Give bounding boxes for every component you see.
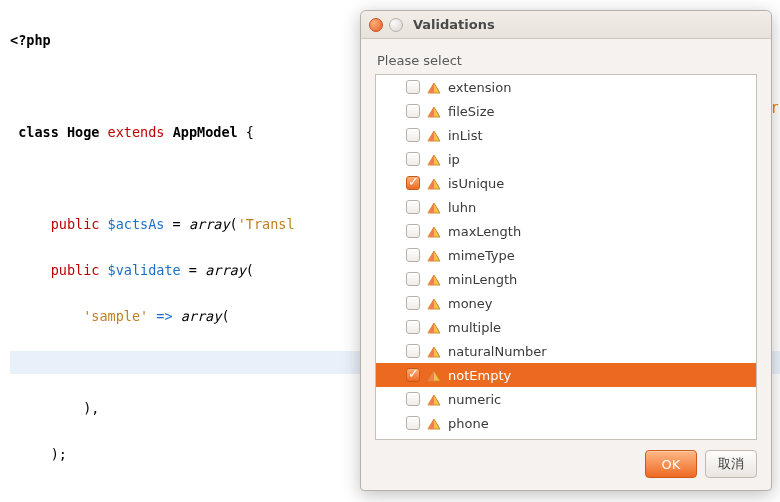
dialog-prompt: Please select xyxy=(375,49,757,74)
validation-label: money xyxy=(448,296,493,311)
validation-row[interactable]: fileSize xyxy=(376,99,756,123)
checkbox[interactable] xyxy=(406,200,420,214)
validation-row[interactable]: numeric xyxy=(376,387,756,411)
string-sample: 'sample' xyxy=(83,308,148,324)
keyword-public: public xyxy=(51,216,100,232)
class-name: Hoge xyxy=(67,124,100,140)
fn-array: array xyxy=(181,308,222,324)
method-icon xyxy=(426,104,442,118)
checkbox[interactable] xyxy=(406,368,420,382)
method-icon xyxy=(426,392,442,406)
validation-label: minLength xyxy=(448,272,517,287)
method-icon xyxy=(426,248,442,262)
validation-row[interactable]: maxLength xyxy=(376,219,756,243)
brace-open: { xyxy=(246,124,254,140)
method-icon xyxy=(426,344,442,358)
validation-label: multiple xyxy=(448,320,501,335)
method-icon xyxy=(426,296,442,310)
validation-row[interactable]: isUnique xyxy=(376,171,756,195)
validation-row[interactable]: inList xyxy=(376,123,756,147)
validation-row[interactable]: mimeType xyxy=(376,243,756,267)
method-icon xyxy=(426,176,442,190)
keyword-public: public xyxy=(51,262,100,278)
validation-label: inList xyxy=(448,128,483,143)
fn-array: array xyxy=(205,262,246,278)
var-validate: $validate xyxy=(108,262,181,278)
method-icon xyxy=(426,200,442,214)
close-icon[interactable] xyxy=(369,18,383,32)
validations-dialog: Validations Please select extensionfileS… xyxy=(360,10,772,491)
method-icon xyxy=(426,272,442,286)
method-icon xyxy=(426,368,442,382)
validation-row[interactable]: minLength xyxy=(376,267,756,291)
validation-label: numeric xyxy=(448,392,501,407)
titlebar[interactable]: Validations xyxy=(361,11,771,39)
keyword-class: class xyxy=(18,124,59,140)
close-array-inner: ), xyxy=(83,400,99,416)
validation-row[interactable]: notEmpty xyxy=(376,363,756,387)
var-actsas: $actsAs xyxy=(108,216,165,232)
validation-list[interactable]: extensionfileSizeinListipisUniqueluhnmax… xyxy=(375,74,757,440)
arrow: => xyxy=(156,308,172,324)
validation-label: ip xyxy=(448,152,460,167)
validation-label: isUnique xyxy=(448,176,504,191)
validation-row[interactable]: extension xyxy=(376,75,756,99)
equals: = xyxy=(189,262,197,278)
checkbox[interactable] xyxy=(406,416,420,430)
validation-row[interactable]: multiple xyxy=(376,315,756,339)
validation-label: extension xyxy=(448,80,511,95)
checkbox[interactable] xyxy=(406,152,420,166)
validation-row[interactable]: ip xyxy=(376,147,756,171)
checkbox[interactable] xyxy=(406,344,420,358)
checkbox[interactable] xyxy=(406,392,420,406)
checkbox[interactable] xyxy=(406,176,420,190)
php-open-tag: <?php xyxy=(10,32,51,48)
validation-label: notEmpty xyxy=(448,368,511,383)
checkbox[interactable] xyxy=(406,128,420,142)
method-icon xyxy=(426,224,442,238)
checkbox[interactable] xyxy=(406,104,420,118)
string-transl: 'Transl xyxy=(238,216,295,232)
validation-label: phone xyxy=(448,416,489,431)
equals: = xyxy=(173,216,181,232)
method-icon xyxy=(426,416,442,430)
method-icon xyxy=(426,80,442,94)
validation-label: naturalNumber xyxy=(448,344,547,359)
validation-label: luhn xyxy=(448,200,476,215)
checkbox[interactable] xyxy=(406,320,420,334)
checkbox[interactable] xyxy=(406,296,420,310)
keyword-extends: extends xyxy=(108,124,165,140)
cancel-button[interactable]: 取消 xyxy=(705,450,757,478)
method-icon xyxy=(426,128,442,142)
validation-row[interactable]: money xyxy=(376,291,756,315)
close-array-outer: ); xyxy=(51,446,67,462)
checkbox[interactable] xyxy=(406,248,420,262)
ok-button[interactable]: OK xyxy=(645,450,697,478)
fn-array: array xyxy=(189,216,230,232)
method-icon xyxy=(426,320,442,334)
minimize-icon[interactable] xyxy=(389,18,403,32)
validation-row[interactable]: luhn xyxy=(376,195,756,219)
checkbox[interactable] xyxy=(406,272,420,286)
super-name: AppModel xyxy=(173,124,238,140)
checkbox[interactable] xyxy=(406,80,420,94)
validation-label: mimeType xyxy=(448,248,515,263)
validation-row[interactable]: naturalNumber xyxy=(376,339,756,363)
dialog-title: Validations xyxy=(413,17,495,32)
validation-label: fileSize xyxy=(448,104,494,119)
checkbox[interactable] xyxy=(406,224,420,238)
method-icon xyxy=(426,152,442,166)
validation-row[interactable]: phone xyxy=(376,411,756,435)
validation-label: maxLength xyxy=(448,224,521,239)
